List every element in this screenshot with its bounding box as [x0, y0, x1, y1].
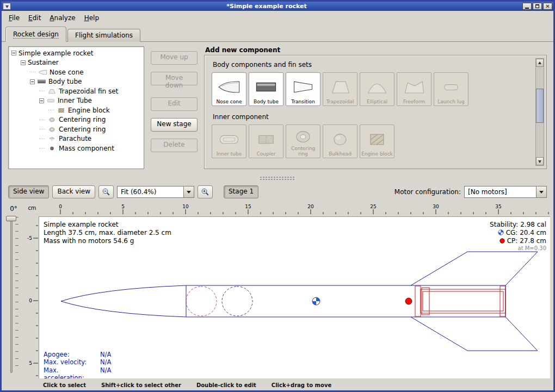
slider-thumb[interactable]: [6, 216, 16, 221]
tab-flight-simulations[interactable]: Flight simulations: [67, 29, 140, 42]
side-view-button[interactable]: Side view: [8, 185, 49, 198]
tree-expander-icon[interactable]: [21, 60, 26, 65]
tree-item-centering-ring-7[interactable]: Centering ring: [9, 115, 144, 125]
scroll-up-button[interactable]: [536, 59, 544, 67]
scroll-down-button[interactable]: [536, 157, 544, 165]
move-down-button[interactable]: Move down: [151, 72, 198, 85]
maximize-button[interactable]: [533, 3, 542, 10]
add-bulkhead-button[interactable]: Bulkhead: [323, 125, 357, 158]
menu-analyze[interactable]: Analyze: [45, 13, 79, 23]
tree-item-centering-ring-8[interactable]: Centering ring: [9, 125, 144, 134]
new-stage-button[interactable]: New stage: [151, 118, 198, 132]
add-transition-button[interactable]: Transition: [286, 72, 320, 106]
menu-file[interactable]: File: [4, 13, 24, 23]
tree-line: [39, 91, 46, 91]
parachute-shape[interactable]: [186, 287, 217, 316]
motor-dropdown-arrow-icon[interactable]: [536, 186, 546, 197]
tree-item-simple-example-rocket[interactable]: Simple example rocket: [9, 48, 144, 58]
zoom-dropdown-arrow-icon[interactable]: [183, 186, 194, 197]
tree-item-mass-component[interactable]: Mass component: [9, 144, 144, 153]
mass-component-shape[interactable]: [222, 287, 252, 316]
close-button[interactable]: ✕: [543, 3, 552, 10]
component-button-label: Centering ring: [287, 146, 319, 157]
motor-configuration-select[interactable]: [No motors]: [464, 186, 547, 198]
hint-shift-click-to-select-other: Shift+click to select other: [101, 382, 181, 388]
rocket-mass: Mass with no motors 54.6 g: [44, 237, 171, 245]
zoom-in-button[interactable]: [198, 185, 213, 198]
tree-line: [30, 72, 36, 72]
zoom-select[interactable]: Fit (60.4%): [117, 186, 194, 198]
centeringring-icon: [291, 128, 315, 145]
edit-button[interactable]: Edit: [151, 97, 198, 111]
tree-item-body-tube[interactable]: Body tube: [9, 77, 144, 87]
centering-ring-aft-shape[interactable]: [500, 286, 505, 316]
add-centering-ring-button[interactable]: Centering ring: [286, 125, 320, 158]
title-bar[interactable]: *Simple example rocket ✕: [2, 2, 553, 11]
scrollbar-track[interactable]: [536, 67, 544, 157]
engineblock-icon: [365, 131, 389, 147]
add-coupler-button[interactable]: Coupler: [249, 125, 283, 158]
menu-help[interactable]: Help: [80, 13, 103, 23]
scrollbar-thumb[interactable]: [536, 89, 544, 123]
tree-expander-icon[interactable]: [11, 51, 16, 55]
add-engine-block-button[interactable]: Engine block: [360, 125, 394, 158]
add-body-tube-button[interactable]: Body tube: [249, 72, 283, 106]
mach-note: at M=0.30: [518, 245, 547, 251]
svg-text:30: 30: [433, 204, 439, 209]
back-view-button[interactable]: Back view: [52, 185, 95, 198]
add-launch-lug-button[interactable]: Launch lug: [434, 72, 468, 106]
rocket-name: Simple example rocket: [44, 221, 171, 229]
component-scrollbar[interactable]: [535, 58, 544, 166]
group-title-body-components-and-fin-sets: Body components and fin sets: [213, 61, 530, 69]
minimize-button[interactable]: [522, 3, 532, 10]
tree-item-engine-block[interactable]: Engine block: [9, 105, 144, 115]
tree-item-parachute[interactable]: Parachute: [9, 134, 144, 144]
tree-expander-icon[interactable]: [30, 79, 35, 84]
window-menu-icon[interactable]: [3, 3, 11, 10]
tree-item-inner-tube[interactable]: Inner Tube: [9, 96, 144, 106]
tree-item-trapezoidal-fin-set[interactable]: Trapezoidal fin set: [9, 86, 144, 96]
rotation-slider[interactable]: [5, 215, 22, 374]
add-freeform-button[interactable]: Freeform: [397, 72, 431, 106]
centering-ring-forward-shape[interactable]: [415, 286, 421, 316]
delete-button[interactable]: Delete: [151, 139, 198, 152]
flight-label: Max. velocity:: [44, 358, 100, 366]
flight-row-max-velocity: Max. velocity:N/A: [44, 358, 111, 366]
fin-lower-shape[interactable]: [411, 317, 538, 351]
component-button-label: Bulkhead: [329, 151, 351, 157]
inner-tube-shape[interactable]: [421, 289, 505, 313]
zoom-out-button[interactable]: [98, 185, 114, 198]
panel-splitter[interactable]: [2, 175, 553, 182]
tree-item-label: Centering ring: [59, 126, 106, 133]
add-nose-cone-button[interactable]: Nose cone: [212, 72, 246, 106]
flight-value: N/A: [100, 358, 111, 366]
tree-expander-icon[interactable]: [39, 98, 44, 103]
body-tube-shape[interactable]: [186, 285, 505, 317]
svg-text:5: 5: [121, 204, 125, 209]
menu-edit[interactable]: Edit: [24, 13, 45, 23]
rotation-control: 0°: [2, 203, 26, 378]
nose-cone-shape[interactable]: [61, 285, 186, 317]
cp-value: CP: 27.8 cm: [507, 237, 546, 245]
add-inner-tube-button[interactable]: Inner tube: [212, 125, 246, 158]
hint-double-click-to-edit: Double-click to edit: [196, 382, 256, 388]
fin-upper-shape[interactable]: [411, 252, 538, 285]
design-canvas[interactable]: Simple example rocket Length 37.5 cm, ma…: [39, 216, 550, 378]
component-button-label: Launch lug: [437, 99, 464, 104]
tree-item-sustainer[interactable]: Sustainer: [9, 58, 144, 68]
cp-symbol: [405, 298, 412, 304]
slider-track[interactable]: [10, 216, 13, 373]
add-elliptical-button[interactable]: Elliptical: [360, 72, 394, 106]
design-panel: Simple example rocketSustainerNose coneB…: [2, 42, 553, 175]
tree-item-nose-cone[interactable]: Nose cone: [9, 67, 144, 77]
add-trapezoidal-button[interactable]: Trapezoidal: [323, 72, 357, 106]
flight-value: N/A: [100, 351, 111, 359]
svg-text:0: 0: [29, 298, 32, 303]
component-button-label: Inner tube: [217, 151, 242, 157]
tree-item-label: Engine block: [68, 107, 110, 114]
window-title: *Simple example rocket: [11, 2, 522, 10]
stage-1-toggle[interactable]: Stage 1: [224, 185, 258, 198]
move-up-button[interactable]: Move up: [151, 51, 198, 65]
tab-label: Rocket design: [13, 30, 59, 39]
tab-rocket-design[interactable]: Rocket design: [5, 27, 66, 42]
